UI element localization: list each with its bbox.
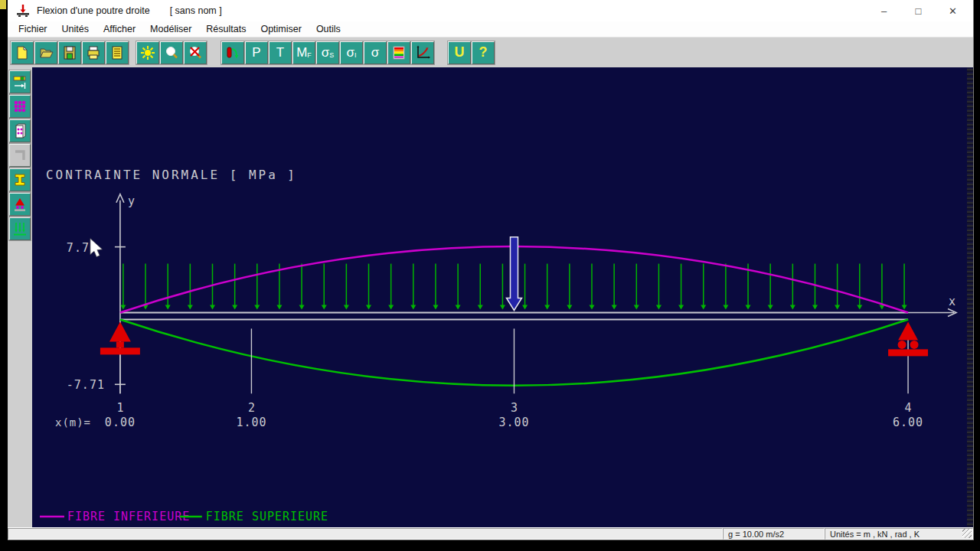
material-button[interactable] bbox=[9, 119, 31, 142]
stress-inferior-button[interactable]: σI bbox=[340, 41, 363, 64]
minimize-button[interactable]: – bbox=[867, 0, 901, 21]
load-arrowhead bbox=[254, 305, 260, 309]
diagram-button[interactable] bbox=[411, 41, 434, 64]
stress-button[interactable]: σ bbox=[364, 41, 387, 64]
save-button[interactable] bbox=[58, 41, 81, 64]
node-number: 2 bbox=[248, 401, 255, 415]
load-arrowhead bbox=[812, 305, 818, 309]
sigma-inf-subscript: I bbox=[354, 51, 357, 59]
pin-support-base bbox=[100, 347, 140, 354]
load-arrowhead bbox=[522, 305, 528, 309]
zoom-button[interactable] bbox=[160, 41, 183, 64]
load-arrowhead bbox=[456, 305, 461, 309]
legend-label-superieure: FIBRE SUPERIEURE bbox=[206, 510, 328, 523]
node-position: 0.00 bbox=[105, 416, 136, 429]
stress-superior-button[interactable]: σS bbox=[316, 41, 339, 64]
load-arrowhead bbox=[902, 305, 907, 309]
load-arrowhead bbox=[299, 305, 305, 309]
maximize-button[interactable]: □ bbox=[901, 0, 936, 21]
material-book-icon bbox=[12, 122, 28, 139]
letter-U-icon: U bbox=[455, 44, 465, 60]
new-file-icon bbox=[14, 44, 31, 61]
window-controls: – □ ✕ bbox=[867, 0, 970, 21]
zoom-off-button[interactable] bbox=[184, 41, 207, 64]
legend: FIBRE INFERIEURE FIBRE SUPERIEURE bbox=[40, 510, 328, 523]
magnifier-x-icon bbox=[187, 44, 204, 61]
redraw-button[interactable] bbox=[136, 41, 159, 64]
load-arrowhead bbox=[835, 305, 840, 309]
load-arrowhead bbox=[723, 305, 728, 309]
magnifier-icon bbox=[163, 44, 180, 61]
bending-moment-button[interactable]: MF bbox=[292, 41, 315, 64]
menu-unites[interactable]: Unités bbox=[62, 24, 89, 34]
support-button[interactable] bbox=[9, 193, 31, 216]
profile-button[interactable] bbox=[9, 168, 31, 191]
sigma-sup-subscript: S bbox=[329, 51, 334, 59]
load-arrowhead bbox=[232, 305, 237, 309]
beam-geometry-button[interactable] bbox=[9, 70, 31, 93]
roller-wheel bbox=[898, 341, 906, 349]
units-button[interactable]: U bbox=[448, 41, 471, 64]
close-button[interactable]: ✕ bbox=[936, 0, 970, 21]
window-title: Flexion d'une poutre droite bbox=[37, 5, 150, 16]
app-window: Flexion d'une poutre droite [ sans nom ]… bbox=[8, 0, 974, 540]
i-beam-profile-icon bbox=[12, 172, 28, 187]
menu-fichier[interactable]: Fichier bbox=[18, 24, 47, 34]
menu-resultats[interactable]: Résultats bbox=[206, 24, 246, 34]
load-arrowhead bbox=[544, 305, 550, 309]
sigma-icon: σ bbox=[371, 46, 380, 59]
x-axis-label: x bbox=[949, 295, 956, 308]
colormap-icon bbox=[390, 44, 407, 61]
open-folder-icon bbox=[38, 44, 54, 61]
help-button[interactable]: ? bbox=[472, 41, 495, 64]
menu-outils[interactable]: Outils bbox=[316, 24, 341, 34]
load-arrowhead bbox=[857, 305, 862, 309]
point-force-arrow bbox=[506, 237, 521, 311]
gravity-panel: g = 10.00 m/s2 bbox=[723, 528, 825, 540]
status-message-panel bbox=[8, 528, 723, 540]
help-icon: ? bbox=[479, 44, 488, 60]
x-axis bbox=[908, 308, 956, 316]
colormap-button[interactable] bbox=[387, 41, 410, 64]
report-button[interactable] bbox=[106, 41, 129, 64]
axial-force-button[interactable]: P bbox=[245, 41, 268, 64]
printer-icon bbox=[85, 44, 102, 61]
section-button[interactable] bbox=[9, 144, 31, 167]
pin-support bbox=[109, 321, 131, 341]
node-number: 1 bbox=[116, 401, 123, 415]
load-arrowhead bbox=[746, 305, 751, 309]
node-position: 1.00 bbox=[236, 416, 266, 429]
force-arrow bbox=[506, 237, 521, 311]
node-position: 6.00 bbox=[893, 416, 923, 429]
resize-grip[interactable] bbox=[962, 529, 972, 538]
floppy-disk-icon bbox=[61, 44, 78, 61]
moment-subscript: F bbox=[307, 51, 312, 59]
menu-optimiser[interactable]: Optimiser bbox=[260, 24, 301, 34]
legend-label-inferieure: FIBRE INFERIEURE bbox=[67, 510, 190, 523]
reactions-button[interactable] bbox=[221, 41, 244, 64]
shear-force-button[interactable]: T bbox=[269, 41, 292, 64]
section-shape-icon bbox=[12, 148, 28, 163]
menu-modeliser[interactable]: Modéliser bbox=[150, 24, 191, 34]
load-arrowhead bbox=[165, 305, 171, 309]
graph-curve-icon bbox=[414, 44, 431, 61]
load-arrowhead bbox=[410, 305, 416, 309]
drawing-canvas[interactable]: CONTRAINTE NORMALE [ MPa ] y 7.71 -7.71 bbox=[32, 67, 973, 527]
diagram-title: CONTRAINTE NORMALE [ MPa ] bbox=[46, 168, 297, 182]
distributed-load-icon bbox=[12, 220, 28, 237]
menu-afficher[interactable]: Afficher bbox=[103, 24, 136, 34]
load-arrowhead bbox=[567, 305, 572, 309]
load-arrowhead bbox=[344, 305, 349, 309]
document-state: [ sans nom ] bbox=[170, 5, 222, 16]
open-file-button[interactable] bbox=[34, 41, 57, 64]
load-button[interactable] bbox=[9, 217, 31, 240]
video-edge-artifact bbox=[967, 67, 973, 527]
new-file-button[interactable] bbox=[11, 41, 34, 64]
app-icon bbox=[15, 3, 31, 18]
node-markers: 10.0021.0033.0046.00 bbox=[105, 328, 923, 429]
print-button[interactable] bbox=[82, 41, 105, 64]
load-arrowhead bbox=[768, 305, 773, 309]
load-arrowhead bbox=[210, 305, 215, 309]
load-arrowhead bbox=[634, 305, 639, 309]
nodes-button[interactable] bbox=[9, 95, 31, 118]
